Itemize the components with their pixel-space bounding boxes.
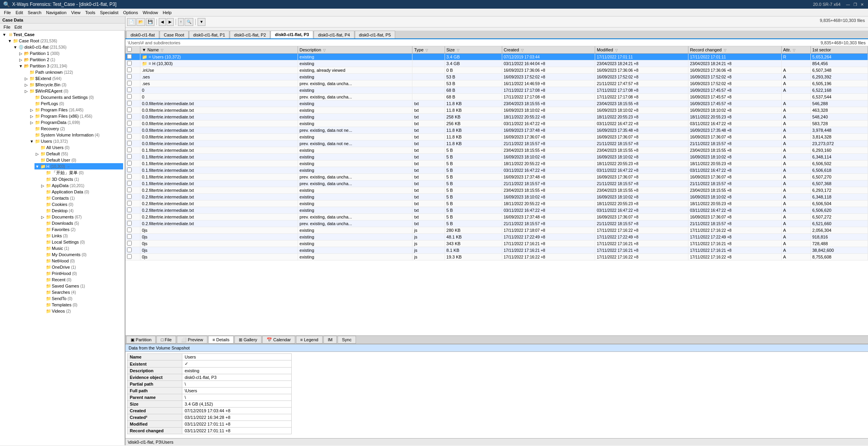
sub-menu-file[interactable]: File (2, 24, 13, 30)
tree-appdata[interactable]: ▷ 📁 AppData (10,201) (40, 182, 123, 189)
bottom-tab-im[interactable]: IM (323, 336, 337, 344)
table-row[interactable]: 0.0.filtertrie.intermediate.txt existing… (125, 134, 868, 140)
row-check[interactable] (125, 120, 140, 127)
tree-music[interactable]: 📁 Music (1) (40, 245, 123, 251)
table-row[interactable]: 0.0.filtertrie.intermediate.txt existing… (125, 107, 868, 114)
file-list-area[interactable]: ▼ Name ▽ Description ▽ Type ▽ Size ▽ Cre… (125, 46, 868, 335)
tree-toggle-appdata[interactable]: ▷ (40, 184, 45, 188)
tree-disk[interactable]: ▼ 💿 disk0-cl1-flat (231,536) (13, 44, 123, 50)
tree-partition2[interactable]: ▷ 📂 Partition 2 (1) (18, 56, 123, 63)
tree-docs-settings[interactable]: 📁 Documents and Settings (0) (29, 94, 123, 100)
col-check[interactable] (125, 46, 140, 54)
tree-toggle-p2[interactable]: ▷ (18, 58, 24, 62)
table-row[interactable]: 0.1.filtertrie.intermediate.txt existing… (125, 167, 868, 174)
tree-default[interactable]: ▷ 📁 Default (55) (35, 151, 123, 157)
table-row[interactable]: 0js existing js 19.3 KB 17/11/2022 17:16… (125, 254, 868, 260)
tree-toggle-disk[interactable]: ▼ (13, 45, 18, 49)
tree-printhood[interactable]: 📁 PrintHood (0) (40, 270, 123, 277)
row-check[interactable] (125, 60, 140, 67)
tree-partition1[interactable]: ▷ 📂 Partition 1 (300) (18, 50, 123, 56)
toolbar-search[interactable]: 🔍 (185, 18, 193, 26)
menu-options[interactable]: Options (121, 9, 140, 16)
sub-menu-edit[interactable]: Edit (13, 24, 24, 30)
table-row[interactable]: 0js existing js 343 KB 17/11/2022 17:16:… (125, 240, 868, 247)
table-row[interactable]: .ses prev. existing, data uncha... 53 B … (125, 80, 868, 87)
tree-saved-games[interactable]: 📁 Saved Games (1) (40, 283, 123, 289)
menu-help[interactable]: Help (160, 9, 174, 16)
table-row[interactable]: 0.2.filtertrie.intermediate.txt existing… (125, 200, 868, 207)
toolbar-back[interactable]: ◀ (159, 18, 166, 26)
row-check[interactable] (125, 194, 140, 200)
row-check[interactable] (125, 167, 140, 174)
row-check[interactable] (125, 154, 140, 160)
table-row[interactable]: 0.0.filtertrie.intermediate.txt prev. ex… (125, 127, 868, 134)
table-row[interactable]: 0js existing js 280 KB 17/11/2022 17:18:… (125, 227, 868, 234)
table-row[interactable]: 0.2.filtertrie.intermediate.txt existing… (125, 187, 868, 194)
menu-specialist[interactable]: Specialist (98, 9, 121, 16)
tree-winre[interactable]: ▷ 📁 $WinREAgent (0) (24, 88, 123, 94)
row-check[interactable] (125, 74, 140, 80)
table-row[interactable]: 0.2.filtertrie.intermediate.txt existing… (125, 207, 868, 214)
tree-toggle-default[interactable]: ▷ (35, 152, 40, 156)
tree-toggle-case-root[interactable]: ▼ (7, 39, 13, 43)
tree-desktop[interactable]: 📁 Desktop (4) (40, 208, 123, 214)
bottom-tab-partition[interactable]: ▣ Partition (126, 336, 156, 344)
tree-extend[interactable]: ▷ 📁 $Extend (544) (24, 75, 123, 82)
tree-contacts[interactable]: 📁 Contacts (1) (40, 195, 123, 201)
toolbar-forward[interactable]: ▶ (167, 18, 174, 26)
menu-file[interactable]: File (2, 9, 13, 16)
tree-onedrive[interactable]: 📁 OneDrive (1) (40, 264, 123, 270)
tree-h-user[interactable]: ▼ 📁 H (10,303) → (35, 163, 123, 169)
tree-links[interactable]: 📁 Links (3) (40, 233, 123, 239)
tree-videos[interactable]: 📁 Videos (2) (40, 308, 123, 314)
tab-p5[interactable]: disk0-cl1-flat, P5 (355, 31, 395, 38)
table-row[interactable]: 0.1.filtertrie.intermediate.txt prev. ex… (125, 180, 868, 187)
table-row[interactable]: 0 prev. existing, data uncha... 68 B 17/… (125, 94, 868, 100)
table-row[interactable]: .ses existing 53 B 16/09/2023 17:52:02 +… (125, 74, 868, 80)
toolbar-new[interactable]: 📄 (127, 18, 136, 26)
row-check[interactable] (125, 220, 140, 227)
maximize-button[interactable]: ❐ (852, 2, 858, 7)
col-modified[interactable]: Modified ▽ (595, 46, 688, 54)
row-check[interactable] (125, 227, 140, 234)
row-check[interactable] (125, 207, 140, 214)
bottom-tab-sync[interactable]: Sync (338, 336, 356, 344)
tree-toggle-p1[interactable]: ▷ (18, 51, 24, 56)
row-check[interactable] (125, 254, 140, 260)
table-row[interactable]: 0.2.filtertrie.intermediate.txt existing… (125, 194, 868, 200)
tree-recycle[interactable]: ▷ 📁 $Recycle.Bin (3) (24, 82, 123, 88)
tree-program-files[interactable]: ▷ 📁 Program Files (16,445) (29, 107, 123, 113)
toolbar-up[interactable]: ↑ (178, 18, 184, 26)
table-row[interactable]: 0.0.filtertrie.intermediate.txt existing… (125, 100, 868, 107)
col-attr[interactable]: Attr. ▽ (781, 46, 810, 54)
table-row[interactable]: 📁 = Users (10,372) existing 3.4 GB 07/12… (125, 54, 868, 60)
table-row[interactable]: 0.1.filtertrie.intermediate.txt existing… (125, 160, 868, 167)
tree-recent[interactable]: 📁 Recent (0) (40, 277, 123, 283)
table-row[interactable]: 0.0.filtertrie.intermediate.txt existing… (125, 120, 868, 127)
row-check[interactable] (125, 100, 140, 107)
tree-toggle-pd[interactable]: ▷ (29, 120, 35, 125)
tree-path-unknown[interactable]: 📁 Path unknown (122) (24, 69, 123, 75)
row-check[interactable] (125, 200, 140, 207)
row-check[interactable] (125, 107, 140, 114)
tab-case-root[interactable]: Case Root (160, 31, 189, 38)
row-check[interactable] (125, 214, 140, 220)
tree-case-root[interactable]: ▼ 📁 Case Root (231,536) (7, 38, 123, 44)
tree-toggle-h[interactable]: ▼ (35, 164, 40, 169)
table-row[interactable]: 0js existing js 8.1 KB 17/11/2022 17:16:… (125, 247, 868, 254)
table-row[interactable]: 0.0.filtertrie.intermediate.txt prev. ex… (125, 140, 868, 147)
row-check[interactable] (125, 147, 140, 154)
tab-p1[interactable]: disk0-cl1-flat, P1 (189, 31, 229, 38)
tree-favorites[interactable]: 📁 Favorites (2) (40, 226, 123, 233)
tree-svi[interactable]: 📁 System Volume Information (4) (29, 132, 123, 138)
tree-perflogs[interactable]: 📁 PerfLogs (0) (29, 100, 123, 107)
table-row[interactable]: .inUse existing, already viewed 0 B 16/0… (125, 67, 868, 74)
tree-toggle-root[interactable]: ▼ (2, 33, 7, 37)
toolbar-save[interactable]: 💾 (146, 18, 154, 26)
window-controls[interactable]: — ❐ ✕ (845, 2, 865, 7)
tab-p4[interactable]: disk0-cl1-flat, P4 (314, 31, 354, 38)
row-check[interactable] (125, 114, 140, 120)
close-button[interactable]: ✕ (859, 2, 865, 7)
bottom-tab-file[interactable]: □ File (156, 336, 176, 344)
table-row[interactable]: 0.2.filtertrie.intermediate.txt prev. ex… (125, 214, 868, 220)
